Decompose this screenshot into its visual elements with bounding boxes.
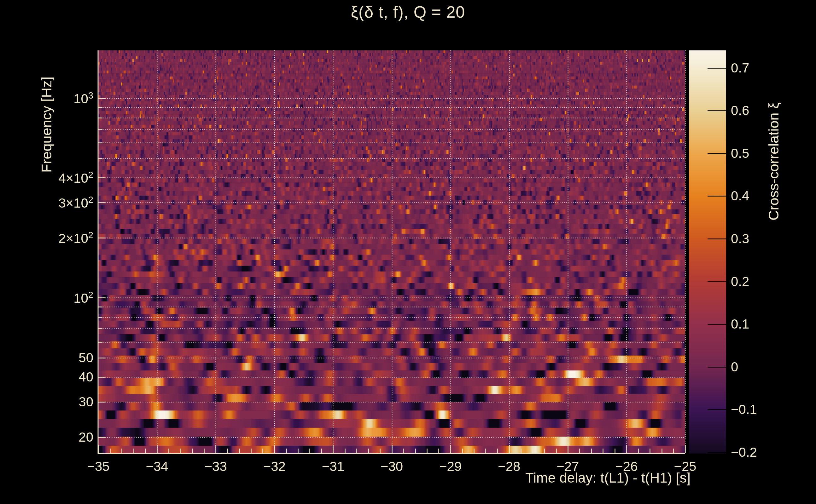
colorbar-tick-label: 0.3 xyxy=(731,232,749,245)
colorbar-tick-label: −0.2 xyxy=(731,446,757,459)
x-tick-label: −26 xyxy=(615,460,638,473)
heatmap-canvas xyxy=(0,0,816,504)
x-tick-label: −34 xyxy=(146,460,168,473)
x-tick-label: −29 xyxy=(439,460,462,473)
x-tick-label: −25 xyxy=(674,460,696,473)
colorbar-tick-label: 0.5 xyxy=(731,147,749,160)
colorbar-tick-label: 0.6 xyxy=(731,104,749,117)
x-tick-label: −28 xyxy=(498,460,520,473)
y-tick-label: 4×102 xyxy=(33,170,93,185)
y-tick-label: 20 xyxy=(33,431,93,444)
colorbar-title: Cross-correlation ξ xyxy=(766,102,782,221)
y-tick-label: 50 xyxy=(33,351,93,364)
x-tick-label: −33 xyxy=(205,460,227,473)
x-tick-label: −31 xyxy=(322,460,344,473)
x-tick-label: −27 xyxy=(556,460,579,473)
colorbar-tick-label: 0.7 xyxy=(731,61,749,75)
figure-title: ξ(δ t, f), Q = 20 xyxy=(0,3,816,21)
y-tick-label: 102 xyxy=(33,290,93,305)
y-tick-label: 30 xyxy=(33,395,93,409)
correlation-spectrogram-figure: ξ(δ t, f), Q = 20 Time delay: t(L1) - t(… xyxy=(0,0,816,504)
colorbar-tick-label: 0.1 xyxy=(731,318,749,331)
colorbar-tick-label: 0.2 xyxy=(731,275,749,288)
y-tick-label: 40 xyxy=(33,370,93,384)
colorbar-tick-label: 0.4 xyxy=(731,189,749,203)
x-tick-label: −30 xyxy=(381,460,403,473)
y-tick-label: 3×102 xyxy=(33,195,93,210)
x-tick-label: −35 xyxy=(87,460,109,473)
colorbar-tick-label: 0 xyxy=(731,360,738,374)
x-tick-label: −32 xyxy=(263,460,286,473)
y-tick-label: 2×102 xyxy=(33,231,93,245)
y-tick-label: 103 xyxy=(33,91,93,106)
colorbar-tick-label: −0.1 xyxy=(731,403,757,416)
